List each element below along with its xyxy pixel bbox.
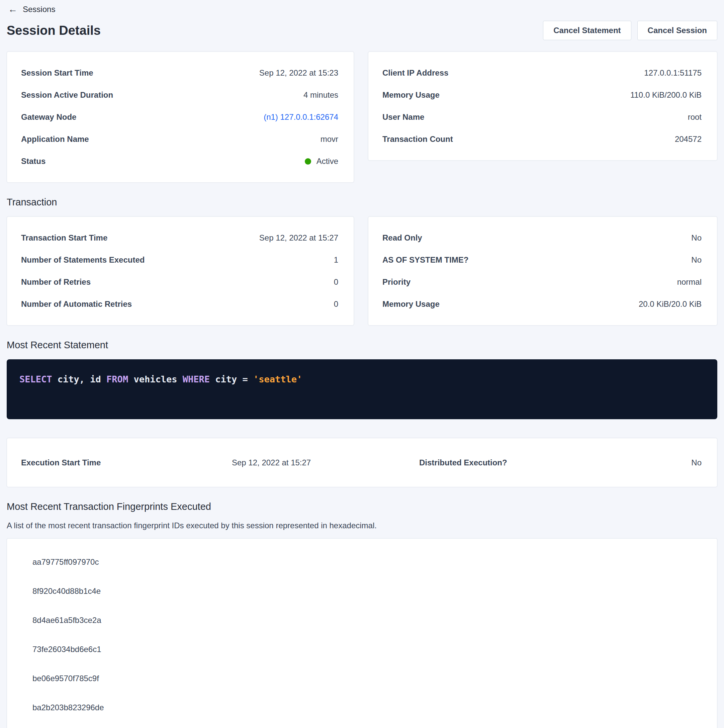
info-row-as-of-system-time: AS OF SYSTEM TIME? No <box>383 249 702 271</box>
info-label: Application Name <box>21 135 89 144</box>
info-label: Transaction Count <box>383 135 453 144</box>
info-label: Distributed Execution? <box>419 458 617 467</box>
info-value: Sep 12, 2022 at 15:23 <box>259 68 338 78</box>
gateway-node-link[interactable]: (n1) 127.0.0.1:62674 <box>264 112 338 122</box>
info-value: Sep 12, 2022 at 15:27 <box>259 233 338 243</box>
info-row-session-start-time: Session Start Time Sep 12, 2022 at 15:23 <box>21 62 338 84</box>
session-stats-card: Client IP Address 127.0.0.1:51175 Memory… <box>368 52 717 161</box>
info-label: Execution Start Time <box>21 458 232 467</box>
info-row-transaction-count: Transaction Count 204572 <box>383 128 702 150</box>
info-label: Session Start Time <box>21 68 93 78</box>
info-label: Read Only <box>383 233 422 243</box>
transaction-section-title: Transaction <box>7 197 717 208</box>
fingerprint-list-item: 8f920c40d88b1c4e <box>7 577 717 606</box>
info-value: 110.0 KiB/200.0 KiB <box>630 90 702 100</box>
info-label: Session Active Duration <box>21 90 113 100</box>
info-row-txn-memory-usage: Memory Usage 20.0 KiB/20.0 KiB <box>383 293 702 315</box>
page-title: Session Details <box>7 23 101 38</box>
fingerprints-section-title: Most Recent Transaction Fingerprints Exe… <box>7 501 717 512</box>
sql-text: vehicles <box>128 374 183 384</box>
info-value: 0 <box>334 300 338 309</box>
info-value: 204572 <box>675 135 702 144</box>
info-value: No <box>691 233 702 243</box>
info-label: Gateway Node <box>21 112 76 122</box>
sql-string-literal: 'seattle' <box>253 374 302 384</box>
info-value: 4 minutes <box>303 90 338 100</box>
transaction-info-card: Transaction Start Time Sep 12, 2022 at 1… <box>7 216 354 326</box>
info-row-statements-executed: Number of Statements Executed 1 <box>21 249 338 271</box>
fingerprint-list-item: aa79775ff097970c <box>7 548 717 577</box>
info-row-application-name: Application Name movr <box>21 128 338 150</box>
cancel-session-button[interactable]: Cancel Session <box>637 21 717 40</box>
info-row-retries: Number of Retries 0 <box>21 271 338 293</box>
info-label: AS OF SYSTEM TIME? <box>383 255 468 265</box>
info-row-user-name: User Name root <box>383 106 702 128</box>
transaction-props-card: Read Only No AS OF SYSTEM TIME? No Prior… <box>368 216 717 326</box>
info-label: Status <box>21 157 46 166</box>
info-label: Priority <box>383 277 410 287</box>
info-label: Transaction Start Time <box>21 233 107 243</box>
info-row-read-only: Read Only No <box>383 227 702 249</box>
info-value: 1 <box>334 255 338 265</box>
info-label: Memory Usage <box>383 300 439 309</box>
sql-keyword: WHERE <box>183 374 210 384</box>
execution-info-row: Execution Start Time Sep 12, 2022 at 15:… <box>21 458 702 467</box>
most-recent-statement-title: Most Recent Statement <box>7 340 717 350</box>
fingerprint-list-item: be06e9570f785c9f <box>7 664 717 693</box>
info-value: movr <box>320 135 338 144</box>
info-value: root <box>688 112 702 122</box>
execution-info-card: Execution Start Time Sep 12, 2022 at 15:… <box>7 438 717 487</box>
info-label: Client IP Address <box>383 68 448 78</box>
info-value: No <box>617 458 702 467</box>
info-value: 127.0.0.1:51175 <box>644 68 702 78</box>
transaction-section: Transaction Start Time Sep 12, 2022 at 1… <box>7 216 717 326</box>
info-label: Number of Statements Executed <box>21 255 144 265</box>
status-badge: Active <box>305 157 338 166</box>
info-row-client-ip: Client IP Address 127.0.0.1:51175 <box>383 62 702 84</box>
info-row-session-active-duration: Session Active Duration 4 minutes <box>21 84 338 106</box>
info-row-txn-start-time: Transaction Start Time Sep 12, 2022 at 1… <box>21 227 338 249</box>
info-value: Sep 12, 2022 at 15:27 <box>232 458 419 467</box>
info-row-status: Status Active <box>21 150 338 172</box>
info-row-gateway-node: Gateway Node (n1) 127.0.0.1:62674 <box>21 106 338 128</box>
info-label: Number of Automatic Retries <box>21 300 132 309</box>
info-value: 0 <box>334 277 338 287</box>
info-value: 20.0 KiB/20.0 KiB <box>639 300 702 309</box>
sql-text: city = <box>210 374 253 384</box>
cancel-statement-button[interactable]: Cancel Statement <box>543 21 631 40</box>
status-text: Active <box>317 157 338 166</box>
sql-text: city, id <box>52 374 107 384</box>
info-label: Memory Usage <box>383 90 439 100</box>
sql-keyword: FROM <box>106 374 128 384</box>
sql-statement-box: SELECT city, id FROM vehicles WHERE city… <box>7 359 717 419</box>
info-label: User Name <box>383 112 424 122</box>
info-value: normal <box>677 277 702 287</box>
back-to-sessions-link[interactable]: ← Sessions <box>8 5 55 14</box>
info-label: Number of Retries <box>21 277 91 287</box>
fingerprints-card: aa79775ff097970c 8f920c40d88b1c4e 8d4ae6… <box>7 538 717 728</box>
session-overview-section: Session Start Time Sep 12, 2022 at 15:23… <box>7 52 717 183</box>
info-row-priority: Priority normal <box>383 271 702 293</box>
fingerprint-list-item: ba2b203b823296de <box>7 693 717 722</box>
header-actions: Cancel Statement Cancel Session <box>543 21 717 40</box>
fingerprint-list-item: 73fe26034bd6e6c1 <box>7 635 717 664</box>
info-value: No <box>691 255 702 265</box>
info-row-memory-usage: Memory Usage 110.0 KiB/200.0 KiB <box>383 84 702 106</box>
fingerprint-list-item: 8d4ae61a5fb3ce2a <box>7 606 717 635</box>
sql-keyword: SELECT <box>19 374 52 384</box>
status-active-dot-icon <box>305 158 311 165</box>
page-header: Session Details Cancel Statement Cancel … <box>7 21 717 40</box>
fingerprints-description: A list of the most recent transaction fi… <box>7 521 717 530</box>
back-link-label: Sessions <box>23 5 55 14</box>
back-arrow-icon: ← <box>8 5 17 14</box>
session-info-card: Session Start Time Sep 12, 2022 at 15:23… <box>7 52 354 183</box>
info-row-automatic-retries: Number of Automatic Retries 0 <box>21 293 338 315</box>
